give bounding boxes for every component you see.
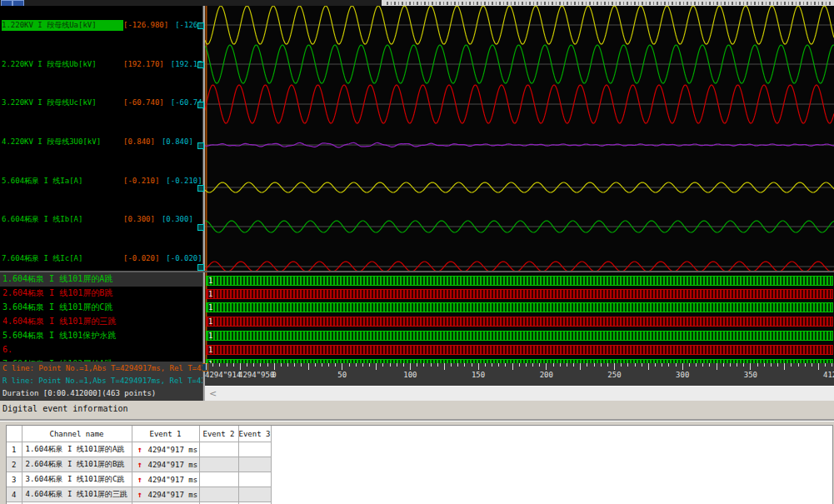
channel-handle-icon[interactable]: [197, 22, 204, 29]
horizontal-scrollbar[interactable]: <: [205, 386, 834, 401]
analog-channel-name[interactable]: 4.220KV I 段母线3U0[kV]: [2, 137, 123, 147]
event-table-cell: 4.604柘泉 I 线101屏的三跳: [22, 487, 132, 502]
event-table-row[interactable]: 11.604柘泉 I 线101屏的A跳↑4294"917 ms: [7, 442, 832, 457]
ruler-tick-label: 0: [262, 371, 287, 379]
ruler-tick: [702, 363, 703, 367]
ruler-tick: [308, 363, 309, 370]
ruler-tick: [743, 363, 744, 367]
digital-state-bar[interactable]: 1: [206, 302, 833, 312]
ruler-tick: [798, 363, 799, 367]
channel-handle-icon[interactable]: [197, 62, 204, 68]
analog-channel-name[interactable]: 1.220KV I 段母线Ua[kV]: [2, 20, 123, 31]
digital-state-value: 1: [208, 317, 212, 327]
reference-value: [0.840]: [162, 137, 193, 147]
digital-channel-row[interactable]: 4.604柘泉 I 线101屏的三跳: [0, 315, 202, 329]
ruler-tick: [750, 363, 751, 370]
ruler-tick: [444, 363, 445, 370]
digital-channel-row[interactable]: 5.604柘泉 I 线101保护永跳: [0, 329, 202, 343]
ruler-tick: [464, 363, 465, 367]
digital-state-bar[interactable]: 1: [206, 345, 833, 355]
event-table-filler: [271, 457, 832, 472]
digital-channel-row[interactable]: 2.604柘泉 I 线101屏的B跳: [0, 287, 202, 301]
cursor-value: [0.300]: [123, 214, 155, 225]
cursor-value: [192.170]: [123, 59, 164, 70]
event-table-cell: ↑4294"917 ms: [132, 442, 199, 457]
event-table-cell: [199, 442, 238, 457]
analog-channel-row[interactable]: 6.604柘泉 I 线Ib[A][0.300][0.300]: [2, 214, 202, 225]
analog-channel-row[interactable]: 1.220KV I 段母线Ua[kV][-126.980][-126.980]: [2, 20, 202, 31]
analog-channel-row[interactable]: 7.604柘泉 I 线Ic[A][-0.020][-0.020]: [2, 253, 202, 264]
event-table-cell: [199, 457, 238, 472]
event-table-cell: 3.604柘泉 I 线101屏的C跳: [22, 472, 132, 487]
event-table-cell: ↑4294"917 ms: [132, 487, 199, 502]
channel-handle-icon[interactable]: [197, 224, 204, 231]
ruler-tick: [777, 363, 778, 367]
event-table-row[interactable]: 22.604柘泉 I 线101屏的B跳↑4294"917 ms: [7, 457, 832, 472]
ruler-tick: [403, 363, 404, 367]
channel-handle-icon[interactable]: [197, 142, 204, 149]
event-info-section: Digital event information Channel nameEv…: [0, 401, 834, 504]
digital-channel-row[interactable]: 6.: [0, 343, 202, 357]
event-up-arrow-icon: ↑: [137, 460, 142, 469]
ruler-tick: [587, 363, 587, 367]
event-table-row[interactable]: 44.604柘泉 I 线101屏的三跳↑4294"917 ms: [7, 487, 832, 502]
digital-state-bar[interactable]: 1: [206, 289, 833, 299]
analog-channel-name[interactable]: 7.604柘泉 I 线Ic[A]: [2, 253, 123, 264]
digital-state-bar[interactable]: 1: [206, 317, 833, 327]
cursor-status-panel: C line: Point No.=1,Abs T=4294917ms, Rel…: [0, 362, 202, 401]
ruler-tick: [417, 363, 417, 367]
digital-state-bar[interactable]: 1: [206, 276, 833, 286]
ruler-tick: [614, 363, 615, 370]
ruler-tick: [642, 363, 642, 367]
channel-handle-icon[interactable]: [197, 185, 204, 192]
ruler-tick: [812, 363, 812, 367]
scroll-left-icon[interactable]: <: [209, 388, 217, 399]
c-line-status: C line: Point No.=1,Abs T=4294917ms, Rel…: [2, 364, 202, 372]
digital-channel-row[interactable]: 1.604柘泉 I 线101屏的A跳: [0, 272, 202, 287]
ruler-tick: [627, 363, 628, 367]
ruler-tick: [621, 363, 622, 367]
event-table: Channel nameEvent 1Event 2Event 3 11.604…: [7, 426, 832, 504]
event-up-arrow-icon: ↑: [137, 490, 142, 499]
ruler-tick: [281, 363, 282, 367]
analog-digital-splitter[interactable]: [0, 271, 834, 272]
event-table-header-cell: Event 2: [199, 426, 238, 442]
event-table-filler: [271, 442, 832, 457]
ruler-tick: [723, 363, 724, 367]
ruler-tick: [737, 363, 737, 367]
event-table-cell: [238, 472, 271, 487]
ruler-tick: [356, 363, 357, 367]
event-table-header-cell: Channel name: [22, 426, 132, 442]
ruler-tick: [532, 363, 533, 367]
ruler-end-label: 412: [823, 371, 834, 379]
ruler-tick: [825, 363, 826, 367]
ruler-tick: [212, 363, 213, 367]
ruler-tick: [431, 363, 432, 367]
ruler-tick: [240, 363, 241, 370]
event-table-cell: [238, 457, 271, 472]
ruler-tick: [717, 363, 717, 370]
analog-channel-row[interactable]: 3.220KV I 段母线Uc[kV][-60.740][-60.740]: [2, 97, 202, 108]
channel-handle-icon[interactable]: [197, 264, 204, 271]
ruler-tick-label: 200: [534, 371, 559, 379]
analog-channel-row[interactable]: 4.220KV I 段母线3U0[kV][0.840][0.840]: [2, 137, 202, 147]
analog-channel-name[interactable]: 3.220KV I 段母线Uc[kV]: [2, 97, 123, 108]
analog-channel-name[interactable]: 6.604柘泉 I 线Ib[A]: [2, 214, 123, 225]
analog-channel-row[interactable]: 2.220KV I 段母线Ub[kV][192.170][192.170]: [2, 59, 202, 70]
event-up-arrow-icon: ↑: [137, 475, 142, 484]
event-table-row[interactable]: 33.604柘泉 I 线101屏的C跳↑4294"917 ms: [7, 472, 832, 487]
digital-channel-row[interactable]: 3.604柘泉 I 线101屏的C跳: [0, 301, 202, 315]
analog-channel-name[interactable]: 5.604柘泉 I 线Ia[A]: [2, 176, 123, 187]
tiny-title-text: [387, 2, 831, 5]
analog-channel-row[interactable]: 5.604柘泉 I 线Ia[A][-0.210][-0.210]: [2, 176, 202, 187]
ruler-abs-time-label: 4294"914: [205, 371, 241, 379]
analog-channel-name[interactable]: 2.220KV I 段母线Ub[kV]: [2, 59, 123, 70]
waveform-panel[interactable]: 1111111: [205, 6, 834, 363]
digital-state-bar[interactable]: 1: [206, 331, 833, 341]
digital-state-value: 1: [208, 345, 212, 355]
channel-handle-icon[interactable]: [197, 102, 204, 108]
ruler-tick: [335, 363, 336, 367]
ruler-tick: [206, 363, 207, 370]
ruler-tick: [709, 363, 710, 367]
digital-state-value: 1: [208, 289, 212, 299]
